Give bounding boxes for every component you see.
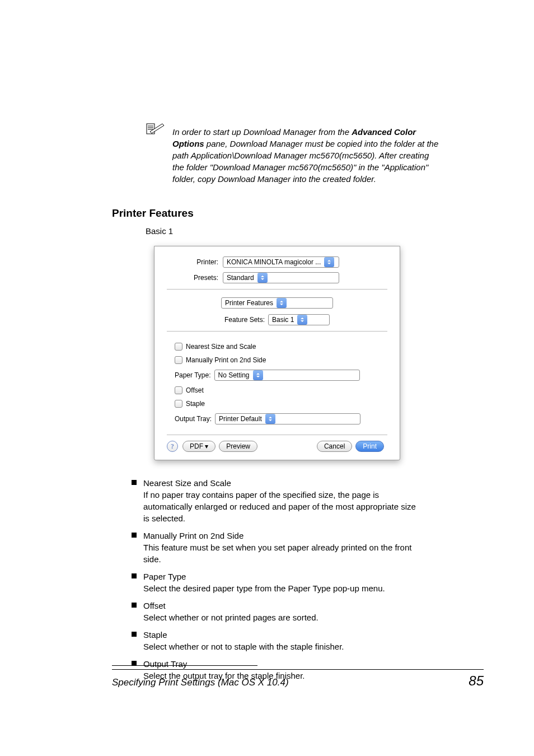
- checkbox-manual-2nd[interactable]: [175, 356, 182, 364]
- feature-item: Staple Select whether or not to staple w…: [143, 629, 344, 652]
- output-tray-select[interactable]: Printer Default: [215, 413, 360, 424]
- cancel-button[interactable]: Cancel: [317, 441, 352, 452]
- bullet-icon: [132, 573, 137, 578]
- footer-rule-short: [112, 665, 257, 666]
- checkbox-nearest[interactable]: [175, 343, 182, 351]
- label-staple: Staple: [186, 400, 205, 408]
- dropdown-icon: [297, 315, 307, 325]
- help-button[interactable]: ?: [167, 441, 178, 452]
- bullet-icon: [132, 603, 137, 608]
- page-number: 85: [469, 673, 484, 689]
- label-nearest: Nearest Size and Scale: [186, 343, 256, 351]
- label-offset: Offset: [186, 386, 204, 394]
- footer-title: Specifying Print Settings (Mac OS X 10.4…: [112, 677, 289, 688]
- dropdown-icon: [324, 257, 334, 267]
- feature-item: Manually Print on 2nd Side This feature …: [143, 530, 423, 565]
- printer-select[interactable]: KONICA MINOLTA magicolor ...: [223, 256, 339, 268]
- feature-item: Offset Select whether or not printed pag…: [143, 600, 318, 623]
- checkbox-offset[interactable]: [175, 386, 182, 394]
- checkbox-staple[interactable]: [175, 400, 182, 408]
- bullet-icon: [132, 533, 137, 538]
- feature-sets-select[interactable]: Basic 1: [268, 314, 330, 325]
- label-feature-sets: Feature Sets:: [224, 316, 265, 324]
- footer-rule: [112, 669, 484, 670]
- feature-item: Paper Type Select the desired paper type…: [143, 571, 385, 594]
- dropdown-icon: [257, 273, 268, 283]
- label-output-tray: Output Tray:: [175, 415, 212, 423]
- label-presets: Presets:: [167, 274, 218, 282]
- dropdown-icon: [277, 298, 287, 308]
- dropdown-icon: [253, 370, 263, 380]
- bullet-icon: [132, 480, 137, 485]
- pdf-button[interactable]: PDF ▾: [182, 441, 216, 452]
- dialog-divider: [167, 331, 387, 332]
- note-part1: In order to start up Download Manager fr…: [172, 127, 352, 137]
- section-subtitle: Basic 1: [146, 226, 484, 236]
- dialog-divider: [167, 289, 387, 290]
- note-icon: [146, 122, 166, 138]
- note-paragraph: In order to start up Download Manager fr…: [172, 126, 441, 185]
- pane-select[interactable]: Printer Features: [221, 297, 333, 309]
- bullet-icon: [132, 632, 137, 637]
- print-button[interactable]: Print: [355, 441, 384, 452]
- dropdown-icon: [265, 414, 275, 424]
- paper-type-select[interactable]: No Setting: [214, 370, 360, 381]
- label-manual-2nd: Manually Print on 2nd Side: [186, 356, 266, 364]
- note-part2: pane, Download Manager must be copied in…: [172, 139, 438, 184]
- section-title: Printer Features: [112, 207, 484, 220]
- print-dialog: Printer: KONICA MINOLTA magicolor ... Pr…: [154, 246, 400, 460]
- feature-item: Nearest Size and Scale If no paper tray …: [143, 477, 423, 524]
- label-paper-type: Paper Type:: [175, 371, 211, 379]
- presets-select[interactable]: Standard: [223, 272, 339, 283]
- label-printer: Printer:: [167, 258, 218, 266]
- preview-button[interactable]: Preview: [219, 441, 257, 452]
